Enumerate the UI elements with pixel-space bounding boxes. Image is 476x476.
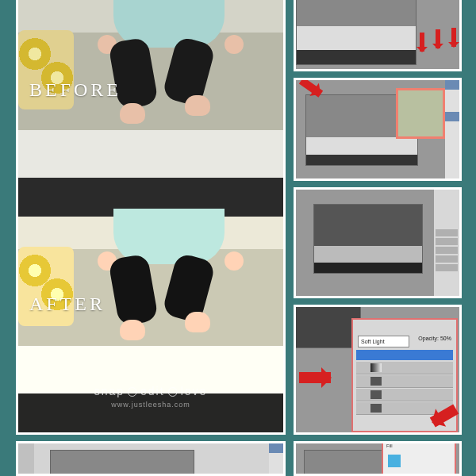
tutorial-collage: BEFORE AFTER snapeditlove www.justleesha… [0,0,476,476]
hand-right [225,35,244,54]
after-label: AFTER [29,294,106,315]
step-thumbnail-4: Soft Light Opacity: 50% [294,305,462,435]
panels-sidebar [445,80,459,178]
selected-layer[interactable] [356,350,453,360]
step-thumbnail-6: Fill [294,441,462,476]
red-arrow-icon [299,78,323,98]
before-label: BEFORE [29,79,121,101]
canvas-preview [296,0,416,65]
layer-row[interactable] [356,375,453,388]
panels-sidebar [269,443,283,474]
canvas-preview [313,204,423,274]
dialog-title: Fill [386,443,393,448]
color-swatch[interactable] [388,455,401,467]
layer-row[interactable] [356,389,453,401]
tools-palette [18,443,34,474]
canvas-preview [50,450,194,476]
legs [106,40,225,111]
step-thumbnail-2 [294,78,462,181]
before-after-panel: BEFORE AFTER snapeditlove www.justleesha… [16,0,286,435]
opacity-label[interactable]: Opacity: 50% [418,336,451,341]
texture-swatch [396,88,445,139]
step-thumbnail-5 [16,441,286,476]
watermark: snapeditlove www.justleesha.com [94,385,208,409]
step-thumbnail-1 [294,0,462,71]
step-thumbnail-3 [294,187,462,298]
blend-mode-dropdown[interactable]: Soft Light [358,336,409,347]
red-arrow-icon [299,372,331,383]
red-arrows-icon [415,20,462,67]
fill-dialog: Fill [382,441,456,476]
before-image [18,0,283,217]
layer-row[interactable] [356,362,453,374]
layers-sidebar [434,190,459,296]
